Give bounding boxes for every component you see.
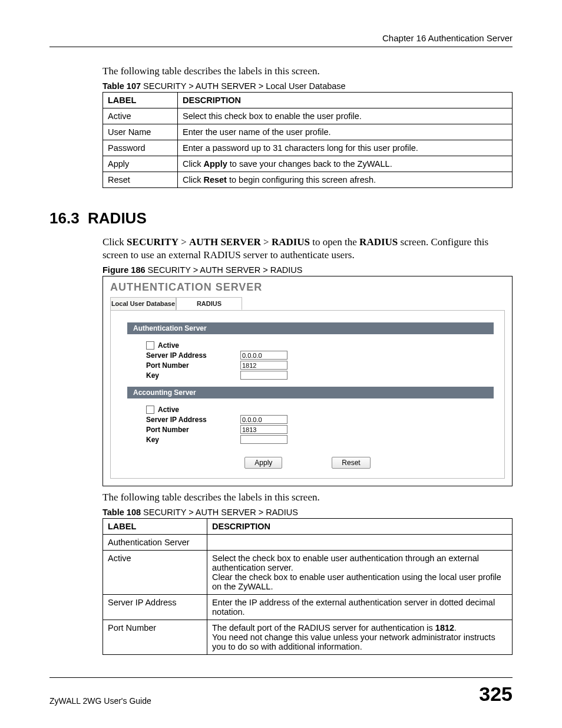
- table-row: Authentication Server: [103, 535, 513, 551]
- cell-label: Password: [103, 140, 178, 156]
- cell-label: Reset: [103, 172, 178, 188]
- table-row: Active Select this check box to enable t…: [103, 108, 513, 124]
- table-107-caption-bold: Table 107: [103, 81, 141, 91]
- table-row: Label Description: [103, 519, 513, 535]
- acct-active-checkbox[interactable]: [146, 406, 154, 414]
- table-108-head-label: Label: [103, 519, 207, 535]
- auth-active-checkbox[interactable]: [146, 341, 154, 350]
- table-row: Server IP Address Enter the IP address o…: [103, 595, 513, 620]
- table-row: Port Number The default port of the RADI…: [103, 620, 513, 655]
- acct-key-input[interactable]: [240, 435, 287, 444]
- table-row: Reset Click Reset to begin configuring t…: [103, 172, 513, 188]
- figure-186-caption: Figure 186 SECURITY > AUTH SERVER > RADI…: [103, 265, 513, 275]
- cell-desc: Click Reset to begin configuring this sc…: [178, 172, 513, 188]
- acct-key-label: Key: [146, 436, 240, 444]
- section-title: RADIUS: [88, 209, 147, 227]
- footer-page-number: 325: [479, 683, 513, 706]
- cell-desc: Enter the user name of the user profile.: [178, 124, 513, 140]
- tab-local-user-database[interactable]: Local User Database: [110, 297, 176, 310]
- auth-active-row: Active: [146, 341, 494, 350]
- acct-ip-label: Server IP Address: [146, 416, 240, 424]
- section-heading: 16.3 RADIUS: [49, 209, 513, 228]
- auth-ip-label: Server IP Address: [146, 351, 240, 360]
- reset-button[interactable]: Reset: [332, 457, 370, 469]
- acct-active-row: Active: [146, 406, 494, 414]
- table-108: Label Description Authentication Server …: [103, 518, 513, 655]
- cell-label: User Name: [103, 124, 178, 140]
- tab-radius[interactable]: RADIUS: [176, 297, 242, 310]
- acct-port-input[interactable]: [240, 425, 287, 434]
- chapter-header: Chapter 16 Authentication Server: [49, 33, 513, 47]
- table-107: Label Description Active Select this che…: [103, 92, 513, 188]
- auth-server-bar: Authentication Server: [127, 322, 494, 334]
- table-row: Password Enter a password up to 31 chara…: [103, 140, 513, 156]
- intro-paragraph-1: The following table describes the labels…: [103, 65, 513, 78]
- auth-active-label: Active: [158, 341, 179, 350]
- table-108-caption-rest: SECURITY > AUTH SERVER > RADIUS: [141, 508, 298, 517]
- table-107-caption-rest: SECURITY > AUTH SERVER > Local User Data…: [141, 81, 346, 91]
- cell-label: Authentication Server: [103, 535, 207, 551]
- acct-ip-input[interactable]: [240, 415, 287, 424]
- cell-label: Active: [103, 551, 207, 595]
- cell-label: Active: [103, 108, 178, 124]
- figure-panel-title: AUTHENTICATION SERVER: [103, 276, 512, 295]
- cell-desc: Select this check box to enable the user…: [178, 108, 513, 124]
- auth-ip-input[interactable]: [240, 351, 287, 360]
- table-row: Label Description: [103, 93, 513, 108]
- auth-port-input[interactable]: [240, 361, 287, 370]
- tab-row: Local User Database RADIUS: [110, 297, 505, 310]
- cell-label: Port Number: [103, 620, 207, 655]
- table-108-caption: Table 108 SECURITY > AUTH SERVER > RADIU…: [103, 508, 513, 517]
- acct-server-bar: Accounting Server: [127, 387, 494, 398]
- page-footer: ZyWALL 2WG User's Guide 325: [49, 677, 513, 706]
- cell-label: Apply: [103, 156, 178, 172]
- apply-button[interactable]: Apply: [244, 457, 282, 469]
- intro-paragraph-2: The following table describes the labels…: [103, 491, 513, 504]
- table-row: Active Select the check box to enable us…: [103, 551, 513, 595]
- table-row: Apply Click Apply to save your changes b…: [103, 156, 513, 172]
- radius-panel: Authentication Server Active Server IP A…: [110, 310, 505, 479]
- table-107-head-desc: Description: [178, 93, 513, 108]
- acct-port-label: Port Number: [146, 426, 240, 434]
- table-107-caption: Table 107 SECURITY > AUTH SERVER > Local…: [103, 81, 513, 91]
- cell-label: Server IP Address: [103, 595, 207, 620]
- cell-desc: [207, 535, 513, 551]
- cell-desc: The default port of the RADIUS server fo…: [207, 620, 513, 655]
- figure-186: AUTHENTICATION SERVER Local User Databas…: [103, 276, 513, 486]
- auth-port-label: Port Number: [146, 361, 240, 370]
- table-108-head-desc: Description: [207, 519, 513, 535]
- figure-186-caption-rest: SECURITY > AUTH SERVER > RADIUS: [146, 265, 303, 275]
- table-107-head-label: Label: [103, 93, 178, 108]
- cell-desc: Enter the IP address of the external aut…: [207, 595, 513, 620]
- section-paragraph: Click SECURITY > AUTH SERVER > RADIUS to…: [103, 236, 513, 262]
- table-108-caption-bold: Table 108: [103, 508, 141, 517]
- cell-desc: Click Apply to save your changes back to…: [178, 156, 513, 172]
- auth-key-label: Key: [146, 371, 240, 380]
- cell-desc: Enter a password up to 31 characters lon…: [178, 140, 513, 156]
- auth-key-input[interactable]: [240, 371, 287, 380]
- acct-active-label: Active: [158, 406, 179, 414]
- footer-guide-name: ZyWALL 2WG User's Guide: [49, 696, 151, 706]
- figure-186-caption-bold: Figure 186: [103, 265, 146, 275]
- table-row: User Name Enter the user name of the use…: [103, 124, 513, 140]
- cell-desc: Select the check box to enable user auth…: [207, 551, 513, 595]
- section-number: 16.3: [49, 209, 80, 227]
